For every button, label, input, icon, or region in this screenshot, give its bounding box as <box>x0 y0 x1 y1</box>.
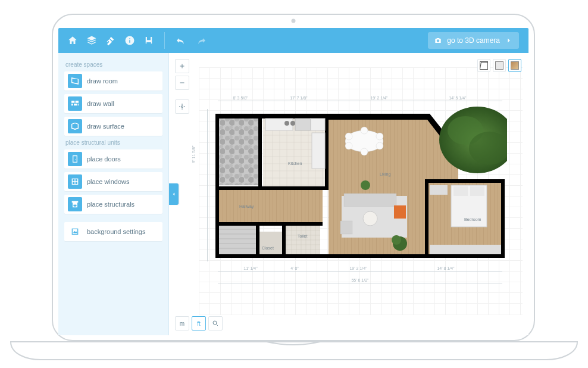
svg-rect-34 <box>215 186 263 190</box>
fireplace-icon <box>68 197 82 211</box>
unit-controls: m ft <box>175 316 223 330</box>
background-settings-icon <box>68 224 82 239</box>
svg-point-42 <box>284 121 289 126</box>
svg-point-43 <box>290 121 295 126</box>
tool-draw-surface[interactable]: draw surface <box>64 117 162 136</box>
svg-point-60 <box>361 180 370 190</box>
section-header: create spaces <box>65 61 162 68</box>
svg-rect-36 <box>262 186 329 190</box>
zoom-out-button[interactable] <box>175 76 189 90</box>
svg-rect-44 <box>311 118 325 130</box>
tool-background-settings[interactable]: background settings <box>64 222 162 241</box>
svg-rect-65 <box>430 245 501 254</box>
zoom-in-button[interactable] <box>175 59 189 73</box>
svg-rect-45 <box>312 133 325 169</box>
svg-rect-39 <box>256 222 259 255</box>
canvas[interactable]: m ft 8' 3 5/8" 17' 7 1/8" 19' 2 1/4" 14'… <box>169 53 528 335</box>
chevron-left-icon <box>171 191 177 197</box>
tool-label: draw wall <box>87 100 114 107</box>
tool-label: place structurals <box>87 201 135 208</box>
svg-rect-55 <box>394 205 406 219</box>
svg-point-50 <box>376 142 383 149</box>
svg-rect-31 <box>501 179 505 258</box>
draw-surface-icon <box>68 119 82 133</box>
window-icon <box>68 174 82 189</box>
dim-bot-3: 19' 2 1/4" <box>315 266 401 270</box>
label-closet: Closet <box>262 246 274 250</box>
label-living: Living <box>380 172 390 176</box>
svg-rect-30 <box>425 179 505 183</box>
svg-rect-28 <box>215 114 219 257</box>
svg-rect-63 <box>470 186 484 196</box>
dim-bot-2: 4' 0" <box>280 266 309 270</box>
door-icon <box>68 152 82 166</box>
svg-rect-18 <box>258 232 282 254</box>
view-mode-shaded[interactable] <box>493 59 506 72</box>
view-mode-outline[interactable] <box>477 59 490 72</box>
tool-label: draw room <box>87 77 118 85</box>
svg-point-48 <box>376 133 383 140</box>
floorplan: Kitchen Living Hallway Toilet Closet Bed… <box>215 107 507 261</box>
label-bedroom: Bedroom <box>464 217 481 222</box>
tool-draw-room[interactable]: draw room <box>64 71 162 91</box>
nav-furniture[interactable] <box>139 28 158 53</box>
svg-rect-17 <box>286 224 320 254</box>
unit-feet-button[interactable]: ft <box>192 316 206 330</box>
label-kitchen: Kitchen <box>288 161 302 166</box>
tool-place-windows[interactable]: place windows <box>64 172 162 191</box>
camera-icon <box>434 36 442 45</box>
collapse-sidebar-button[interactable] <box>169 183 179 205</box>
dim-bot-1: 11' 1/4" <box>225 266 276 270</box>
chevron-right-icon <box>505 36 513 45</box>
tool-place-doors[interactable]: place doors <box>64 149 162 169</box>
redo-button[interactable] <box>192 28 211 53</box>
undo-button[interactable] <box>171 28 190 53</box>
svg-point-1 <box>292 19 296 23</box>
svg-point-3 <box>213 321 217 325</box>
camera-button-label: go to 3D camera <box>447 36 500 45</box>
top-toolbar: go to 3D camera <box>58 28 528 53</box>
dim-top-1: 8' 3 5/8" <box>221 96 259 100</box>
nav-home[interactable] <box>63 28 82 53</box>
dim-total: 55' 6 1/2" <box>218 278 502 282</box>
section-header: place structural units <box>65 139 162 146</box>
svg-rect-64 <box>430 185 448 195</box>
svg-point-51 <box>361 127 368 134</box>
svg-point-59 <box>392 235 401 245</box>
svg-rect-16 <box>218 190 323 223</box>
svg-rect-62 <box>453 186 468 196</box>
dim-bot-4: 14' 8 1/4" <box>407 266 484 270</box>
tool-label: place windows <box>87 178 130 185</box>
divider <box>164 32 165 49</box>
svg-rect-33 <box>258 114 262 189</box>
tool-label: background settings <box>87 228 145 235</box>
dim-left: 9' 11 5/8" <box>192 124 196 184</box>
go-to-3d-camera-button[interactable]: go to 3D camera <box>428 32 519 49</box>
app-screen: go to 3D camera create spaces draw room … <box>58 28 528 335</box>
center-view-button[interactable] <box>175 99 189 114</box>
svg-marker-13 <box>218 116 258 185</box>
tool-label: place doors <box>87 155 121 163</box>
label-toilet: Toilet <box>298 234 307 238</box>
nav-build[interactable] <box>101 28 120 53</box>
svg-point-49 <box>345 142 352 149</box>
svg-rect-32 <box>425 179 429 258</box>
svg-rect-38 <box>282 222 286 255</box>
dim-top-2: 17' 7 1/8" <box>263 96 334 100</box>
svg-rect-35 <box>325 114 329 190</box>
draw-wall-icon <box>68 96 82 111</box>
svg-point-57 <box>363 211 377 226</box>
nav-info[interactable] <box>120 28 139 53</box>
svg-point-2 <box>182 106 183 108</box>
svg-rect-37 <box>215 222 323 226</box>
search-button[interactable] <box>208 316 223 330</box>
tool-label: draw surface <box>87 123 124 130</box>
unit-meters-button[interactable]: m <box>175 316 189 330</box>
tool-place-structurals[interactable]: place structurals <box>64 195 162 214</box>
dim-top-3: 19' 2 1/4" <box>339 96 419 100</box>
view-mode-textured[interactable] <box>508 59 521 72</box>
draw-room-icon <box>68 74 82 88</box>
dim-top-4: 14' 5 1/4" <box>425 96 490 100</box>
nav-layers[interactable] <box>82 28 101 53</box>
tool-draw-wall[interactable]: draw wall <box>64 94 162 113</box>
